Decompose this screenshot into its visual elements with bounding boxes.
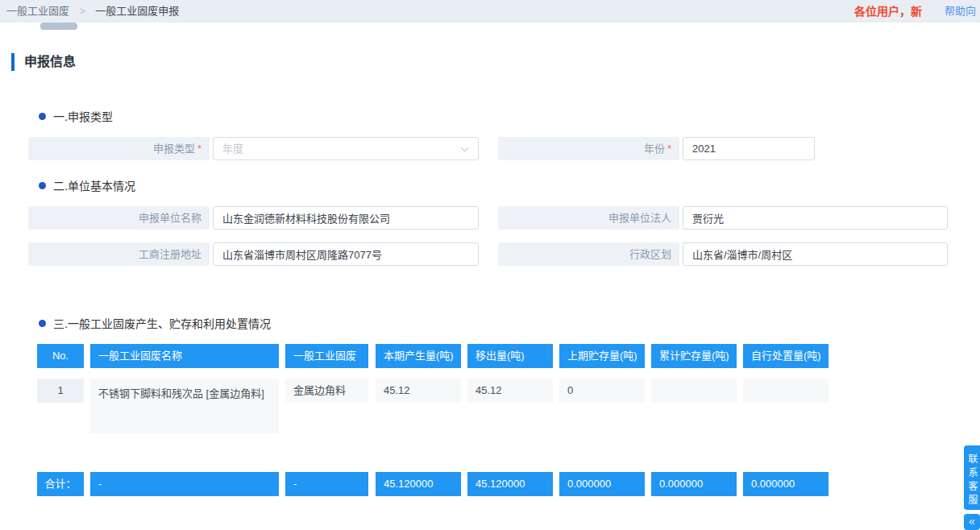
declare-type-label: 申报类型*	[28, 137, 210, 160]
col-header-moved: 移出量(吨)	[467, 344, 553, 368]
breadcrumb-item-solid-waste[interactable]: 一般工业固废	[6, 5, 69, 17]
row-cum-storage-cell	[651, 379, 737, 403]
page-title: 申报信息	[24, 53, 76, 71]
year-input[interactable]	[683, 137, 815, 160]
year-label-text: 年份	[644, 143, 665, 155]
section2-title: 二.单位基本情况	[53, 177, 135, 195]
row-waste-category-cell: 金属边角料	[285, 379, 368, 403]
section1-bullet-icon	[39, 113, 46, 120]
chevron-down-icon	[461, 144, 469, 152]
col-header-self-disposed: 自行处置量(吨)	[743, 344, 828, 368]
contact-service-tab[interactable]: 联系客服	[964, 445, 980, 510]
row-no-cell: 1	[37, 379, 84, 403]
row-self-disposed-cell	[743, 379, 828, 403]
row-produced-cell: 45.12	[376, 379, 461, 403]
declare-type-selected-value: 年度	[222, 143, 243, 155]
unit-name-input[interactable]	[213, 206, 479, 230]
total-prev-storage-cell: 0.000000	[559, 472, 645, 496]
required-asterisk: *	[197, 143, 201, 155]
section1-title: 一.申报类型	[53, 108, 113, 126]
breadcrumb-separator-icon: >	[80, 6, 85, 17]
total-category-cell: -	[285, 472, 368, 496]
section3-bullet-icon	[39, 320, 46, 327]
collapse-chevrons-icon[interactable]: «	[964, 514, 980, 530]
col-header-produced: 本期产生量(吨)	[376, 344, 461, 368]
section2-bullet-icon	[39, 182, 46, 189]
legal-person-input[interactable]	[683, 206, 948, 230]
total-self-disposed-cell: 0.000000	[743, 472, 828, 496]
legal-person-label: 申报单位法人	[498, 206, 679, 230]
row-moved-cell: 45.12	[467, 379, 553, 403]
scrollbar-thumb[interactable]	[40, 23, 77, 30]
register-address-label: 工商注册地址	[28, 242, 210, 266]
col-header-prev-storage: 上期贮存量(吨)	[559, 344, 645, 368]
title-accent-bar	[11, 53, 15, 71]
declare-type-select[interactable]: 年度	[213, 137, 479, 160]
admin-division-label: 行政区划	[498, 242, 679, 266]
col-header-waste-category: 一般工业固废	[285, 344, 368, 368]
col-header-cum-storage: 累计贮存量(吨)	[651, 344, 737, 368]
required-asterisk: *	[667, 143, 671, 155]
section3-title: 三.一般工业固废产生、贮存和利用处置情况	[53, 315, 271, 333]
total-label-cell: 合计：	[37, 472, 84, 496]
total-moved-cell: 45.120000	[467, 472, 553, 496]
top-header-bar: 一般工业固废 > 一般工业固废申报 各位用户，新 帮助向	[0, 0, 980, 23]
total-name-cell: -	[90, 472, 279, 496]
row-prev-storage-cell: 0	[559, 379, 645, 403]
col-header-no: No.	[37, 344, 84, 368]
col-header-waste-name: 一般工业固废名称	[90, 344, 279, 368]
year-label: 年份*	[498, 137, 679, 160]
declare-type-label-text: 申报类型	[153, 143, 195, 155]
row-waste-name-cell: 不锈钢下脚料和残次品 [金属边角料]	[90, 379, 279, 433]
unit-name-label: 申报单位名称	[28, 206, 210, 230]
breadcrumb: 一般工业固废 > 一般工业固废申报	[6, 0, 179, 23]
total-cum-storage-cell: 0.000000	[651, 472, 737, 496]
total-produced-cell: 45.120000	[376, 472, 461, 496]
breadcrumb-item-declaration: 一般工业固废申报	[95, 5, 179, 17]
declaration-page: 一般工业固废 > 一般工业固废申报 各位用户，新 帮助向 申报信息 一.申报类型…	[0, 0, 980, 530]
help-link[interactable]: 帮助向	[945, 0, 976, 23]
announcement-marquee: 各位用户，新	[854, 0, 922, 23]
register-address-input[interactable]	[213, 242, 479, 266]
admin-division-input[interactable]	[683, 242, 948, 266]
